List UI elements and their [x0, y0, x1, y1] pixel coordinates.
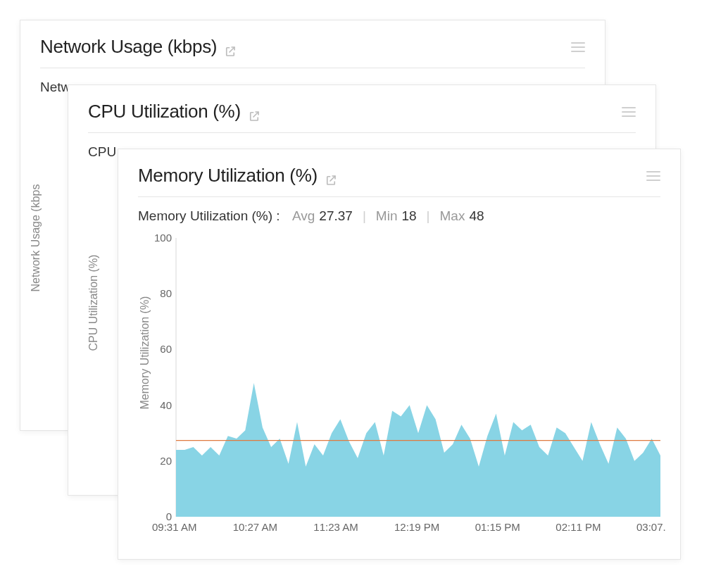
popout-icon[interactable]: [224, 41, 237, 54]
popout-icon[interactable]: [248, 106, 261, 118]
max-label: Max: [440, 208, 465, 224]
card-header: Network Usage (kbps): [40, 36, 585, 68]
menu-icon[interactable]: [622, 107, 636, 117]
menu-icon[interactable]: [646, 171, 660, 181]
avg-label: Avg: [292, 208, 315, 224]
summary-label: Memory Utilization (%) :: [138, 208, 280, 224]
memory-chart: 02040608010009:31 AM10:27 AM11:23 AM12:1…: [138, 234, 660, 536]
menu-icon[interactable]: [571, 42, 585, 52]
card-title: CPU Utilization (%): [88, 101, 261, 122]
separator: |: [427, 208, 430, 224]
separator: |: [363, 208, 366, 224]
summary-prefix: CPU: [88, 144, 116, 160]
title-text: CPU Utilization (%): [88, 101, 241, 122]
area-series: [176, 383, 660, 517]
chart-svg: [138, 234, 660, 536]
max-value: 48: [469, 208, 484, 224]
card-memory-utilization: Memory Utilization (%) Memory Utilizatio…: [118, 149, 681, 560]
y-axis-label: CPU Utilization (%): [87, 255, 100, 351]
card-title: Network Usage (kbps): [40, 36, 237, 58]
popout-icon[interactable]: [325, 170, 337, 182]
title-text: Network Usage (kbps): [40, 36, 217, 58]
summary-prefix: Netw: [40, 80, 70, 95]
dashboard-stage: Network Usage (kbps) Netw Network Usage …: [0, 0, 728, 578]
min-label: Min: [376, 208, 398, 224]
card-title: Memory Utilization (%): [138, 165, 337, 187]
title-text: Memory Utilization (%): [138, 165, 318, 187]
summary-row: Memory Utilization (%) : Avg 27.37 | Min…: [138, 208, 660, 224]
card-header: CPU Utilization (%): [88, 101, 636, 133]
y-axis-label: Network Usage (kbps: [30, 184, 42, 292]
avg-value: 27.37: [319, 208, 353, 224]
min-value: 18: [401, 208, 416, 224]
card-header: Memory Utilization (%): [138, 165, 660, 197]
